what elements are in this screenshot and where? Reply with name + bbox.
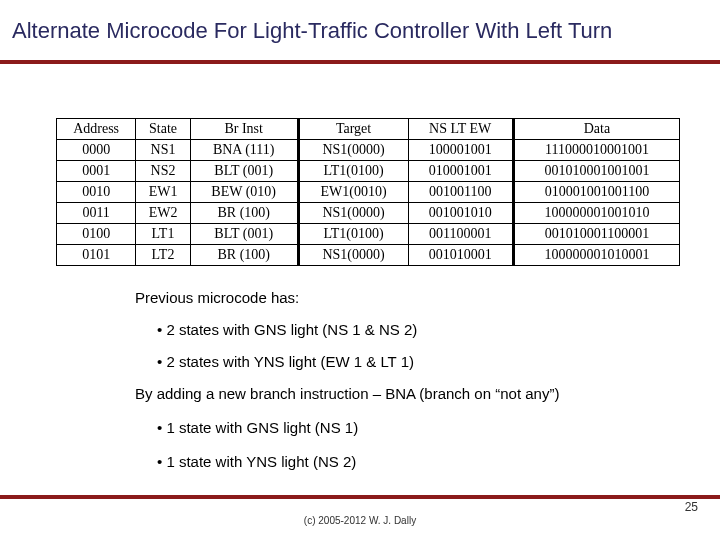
microcode-table-wrap: Address State Br Inst Target NS LT EW Da…: [56, 118, 680, 266]
table-cell: 001010001: [408, 245, 513, 266]
table-cell: 0001: [57, 161, 136, 182]
slide: Alternate Microcode For Light-Traffic Co…: [0, 0, 720, 540]
table-cell: BEW (010): [190, 182, 298, 203]
col-nsltew: NS LT EW: [408, 119, 513, 140]
table-cell: BLT (001): [190, 224, 298, 245]
new-bullet-gns: 1 state with GNS light (NS 1): [135, 418, 697, 438]
table-cell: BLT (001): [190, 161, 298, 182]
col-brinst: Br Inst: [190, 119, 298, 140]
col-state: State: [136, 119, 191, 140]
table-cell: 0000: [57, 140, 136, 161]
table-row: 0001NS2BLT (001)LT1(0100)010001001001010…: [57, 161, 680, 182]
prev-bullet-gns: 2 states with GNS light (NS 1 & NS 2): [135, 320, 697, 340]
table-row: 0011EW2BR (100)NS1(0000)0010010101000000…: [57, 203, 680, 224]
table-cell: NS2: [136, 161, 191, 182]
table-cell: 010001001: [408, 161, 513, 182]
table-cell: 001010001100001: [513, 224, 679, 245]
col-data: Data: [513, 119, 679, 140]
prev-intro: Previous microcode has:: [135, 288, 675, 308]
table-cell: EW1(0010): [298, 182, 408, 203]
table-cell: LT1(0100): [298, 224, 408, 245]
table-cell: 0011: [57, 203, 136, 224]
table-row: 0100LT1BLT (001)LT1(0100)001100001001010…: [57, 224, 680, 245]
prev-bullet-yns: 2 states with YNS light (EW 1 & LT 1): [135, 352, 697, 372]
table-cell: 100001001: [408, 140, 513, 161]
slide-title: Alternate Microcode For Light-Traffic Co…: [12, 18, 708, 44]
table-cell: NS1(0000): [298, 140, 408, 161]
table-cell: LT1(0100): [298, 161, 408, 182]
table-row: 0000NS1BNA (111)NS1(0000)100001001111000…: [57, 140, 680, 161]
table-cell: EW2: [136, 203, 191, 224]
bna-intro: By adding a new branch instruction – BNA…: [135, 384, 675, 404]
table-row: 0101LT2BR (100)NS1(0000)0010100011000000…: [57, 245, 680, 266]
title-rule: [0, 60, 720, 64]
table-cell: LT1: [136, 224, 191, 245]
microcode-table: Address State Br Inst Target NS LT EW Da…: [56, 118, 680, 266]
table-cell: LT2: [136, 245, 191, 266]
table-cell: 001100001: [408, 224, 513, 245]
copyright: (c) 2005-2012 W. J. Dally: [0, 515, 720, 526]
table-cell: 001001100: [408, 182, 513, 203]
table-cell: 0100: [57, 224, 136, 245]
table-header-row: Address State Br Inst Target NS LT EW Da…: [57, 119, 680, 140]
table-cell: BR (100): [190, 203, 298, 224]
table-cell: 001010001001001: [513, 161, 679, 182]
col-address: Address: [57, 119, 136, 140]
table-cell: 010001001001100: [513, 182, 679, 203]
table-cell: NS1(0000): [298, 203, 408, 224]
col-target: Target: [298, 119, 408, 140]
table-row: 0010EW1BEW (010)EW1(0010)001001100010001…: [57, 182, 680, 203]
table-cell: NS1: [136, 140, 191, 161]
table-cell: 111000010001001: [513, 140, 679, 161]
table-cell: 100000001001010: [513, 203, 679, 224]
new-bullet-yns: 1 state with YNS light (NS 2): [135, 452, 697, 472]
table-cell: NS1(0000): [298, 245, 408, 266]
table-cell: EW1: [136, 182, 191, 203]
page-number: 25: [685, 500, 698, 514]
table-cell: BNA (111): [190, 140, 298, 161]
table-cell: 0101: [57, 245, 136, 266]
bottom-rule: [0, 495, 720, 499]
table-cell: 001001010: [408, 203, 513, 224]
table-cell: BR (100): [190, 245, 298, 266]
table-cell: 0010: [57, 182, 136, 203]
table-cell: 100000001010001: [513, 245, 679, 266]
